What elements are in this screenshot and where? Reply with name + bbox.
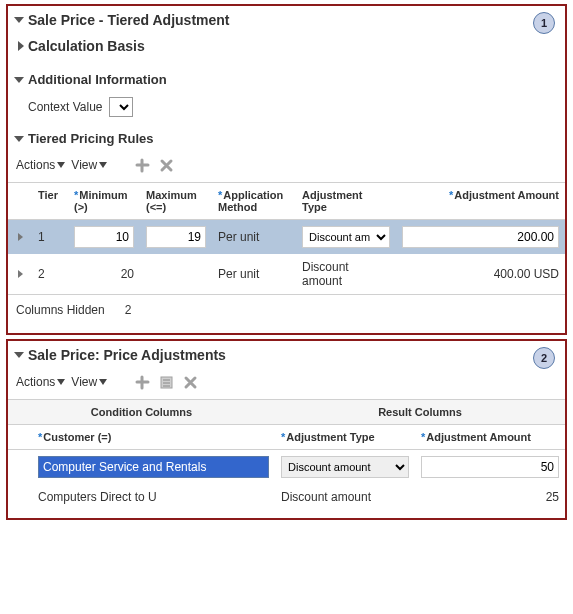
app-method-cell: Per unit	[212, 220, 296, 255]
adj-type-select[interactable]: Discount amount	[281, 456, 409, 478]
collapse-icon	[14, 136, 24, 142]
table-row[interactable]: 2 20 Per unit Discount amount 400.00 USD	[8, 254, 565, 294]
context-value-row: Context Value	[8, 91, 565, 121]
context-value-label: Context Value	[28, 100, 103, 114]
adjustments-toolbar: Actions View	[8, 367, 565, 399]
tier-cell: 2	[32, 254, 68, 294]
context-value-select[interactable]	[109, 97, 133, 117]
tiered-adjustment-panel: 1 Sale Price - Tiered Adjustment Calcula…	[6, 4, 567, 335]
section-title: Tiered Pricing Rules	[28, 131, 153, 146]
add-row-button[interactable]	[133, 156, 151, 174]
price-adjustments-header[interactable]: Sale Price: Price Adjustments	[8, 341, 565, 367]
actions-menu[interactable]: Actions	[16, 158, 65, 172]
adj-amount-input[interactable]	[421, 456, 559, 478]
columns-hidden-label: Columns Hidden	[16, 303, 105, 317]
expand-icon	[18, 41, 24, 51]
tiered-adjustment-header[interactable]: Sale Price - Tiered Adjustment	[8, 6, 565, 32]
section-title: Calculation Basis	[28, 38, 145, 54]
adj-type-cell: Discount amount	[275, 484, 415, 510]
view-menu[interactable]: View	[71, 158, 107, 172]
expand-row-icon[interactable]	[18, 233, 23, 241]
customer-cell: Computers Direct to U	[32, 484, 275, 510]
price-adjustments-table: Condition Columns Result Columns *Custom…	[8, 399, 565, 510]
chevron-down-icon	[57, 379, 65, 385]
col-tier[interactable]: Tier	[32, 183, 68, 220]
tier-cell: 1	[32, 220, 68, 255]
actions-label: Actions	[16, 375, 55, 389]
col-customer[interactable]: *Customer (=)	[32, 425, 275, 450]
col-minimum[interactable]: *Minimum(>)	[68, 183, 140, 220]
delete-row-button[interactable]	[181, 373, 199, 391]
maximum-cell	[140, 254, 212, 294]
condition-columns-header: Condition Columns	[8, 400, 275, 425]
col-adj-type[interactable]: *Adjustment Type	[275, 425, 415, 450]
result-columns-header: Result Columns	[275, 400, 565, 425]
columns-hidden-count: 2	[125, 303, 132, 317]
adj-amount-cell: 400.00 USD	[396, 254, 565, 294]
tiered-rules-header[interactable]: Tiered Pricing Rules	[8, 121, 565, 150]
adj-type-cell: Discount amount	[296, 254, 396, 294]
table-row[interactable]: Computers Direct to U Discount amount 25	[8, 484, 565, 510]
panel-badge-2: 2	[533, 347, 555, 369]
chevron-down-icon	[99, 162, 107, 168]
col-maximum[interactable]: Maximum(<=)	[140, 183, 212, 220]
delete-row-button[interactable]	[157, 156, 175, 174]
col-app-method[interactable]: *Application Method	[212, 183, 296, 220]
columns-hidden-row: Columns Hidden 2	[8, 294, 565, 325]
collapse-icon	[14, 77, 24, 83]
expand-row-icon[interactable]	[18, 270, 23, 278]
view-menu[interactable]: View	[71, 375, 107, 389]
section-title: Additional Information	[28, 72, 167, 87]
table-row[interactable]: 1 Per unit Discount am	[8, 220, 565, 255]
view-label: View	[71, 158, 97, 172]
price-adjustments-panel: 2 Sale Price: Price Adjustments Actions …	[6, 339, 567, 520]
customer-input[interactable]	[38, 456, 269, 478]
actions-menu[interactable]: Actions	[16, 375, 65, 389]
tiered-rules-toolbar: Actions View	[8, 150, 565, 182]
actions-label: Actions	[16, 158, 55, 172]
adj-amount-input[interactable]	[402, 226, 559, 248]
view-label: View	[71, 375, 97, 389]
col-adj-type[interactable]: Adjustment Type	[296, 183, 396, 220]
section-title: Sale Price: Price Adjustments	[28, 347, 226, 363]
col-adj-amount[interactable]: *Adjustment Amount	[396, 183, 565, 220]
panel-badge-1: 1	[533, 12, 555, 34]
adj-type-select[interactable]: Discount am	[302, 226, 390, 248]
col-adj-amount[interactable]: *Adjustment Amount	[415, 425, 565, 450]
tiered-pricing-table: Tier *Minimum(>) Maximum(<=) *Applicatio…	[8, 182, 565, 294]
maximum-input[interactable]	[146, 226, 206, 248]
adj-amount-cell: 25	[415, 484, 565, 510]
chevron-down-icon	[57, 162, 65, 168]
calculation-basis-header[interactable]: Calculation Basis	[8, 32, 565, 58]
minimum-input[interactable]	[74, 226, 134, 248]
chevron-down-icon	[99, 379, 107, 385]
app-method-cell: Per unit	[212, 254, 296, 294]
additional-info-header[interactable]: Additional Information	[8, 58, 565, 91]
duplicate-button[interactable]	[157, 373, 175, 391]
minimum-cell: 20	[68, 254, 140, 294]
collapse-icon	[14, 352, 24, 358]
collapse-icon	[14, 17, 24, 23]
section-title: Sale Price - Tiered Adjustment	[28, 12, 230, 28]
table-row[interactable]: Discount amount	[8, 450, 565, 485]
add-row-button[interactable]	[133, 373, 151, 391]
